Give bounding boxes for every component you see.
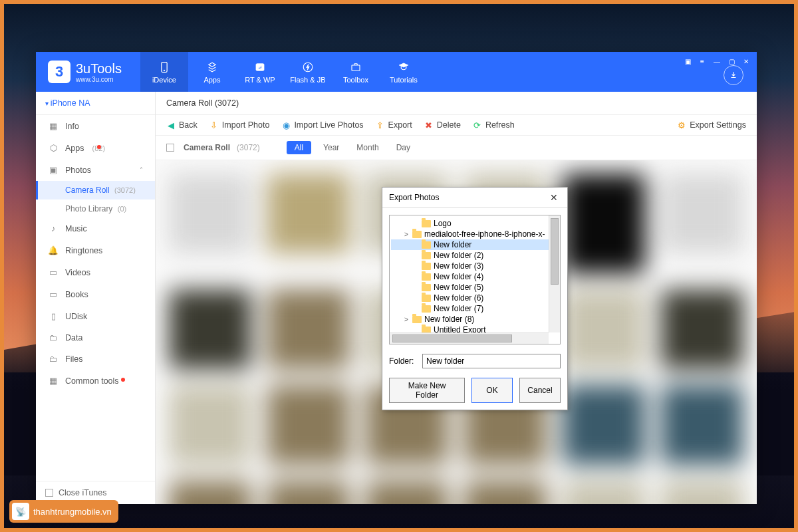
app-window: 3 3uTools www.3u.com iDevice Apps RT & W… — [36, 52, 757, 504]
music-icon — [253, 60, 267, 74]
sidebar-item-udisk[interactable]: ▯UDisk — [36, 305, 155, 327]
tree-node[interactable]: New folder (4) — [391, 271, 559, 282]
book-icon: ▭ — [48, 289, 59, 299]
header-tabs: iDevice Apps RT & WP Flash & JB Toolbox … — [140, 52, 428, 92]
sidebar-item-ringtones[interactable]: 🔔Ringtones — [36, 239, 155, 261]
win-btn-2[interactable]: ≡ — [697, 56, 708, 66]
content-area: Camera Roll (3072) ◀Back ⇩Import Photo ◉… — [156, 92, 757, 504]
filter-all[interactable]: All — [287, 141, 311, 154]
sidebar-item-books[interactable]: ▭Books — [36, 283, 155, 305]
sidebar-item-info[interactable]: ▦ Info — [36, 115, 155, 137]
chevron-up-icon: ˄ — [140, 166, 143, 174]
back-icon: ◀ — [166, 120, 176, 130]
download-button[interactable] — [724, 65, 743, 85]
refresh-button[interactable]: ⟳Refresh — [473, 120, 515, 130]
folder-input[interactable] — [422, 354, 561, 368]
video-icon: ▭ — [48, 267, 59, 277]
logo-badge-icon: 3 — [48, 61, 70, 83]
refresh-icon: ⟳ — [473, 120, 482, 130]
app-title: 3uTools — [76, 61, 122, 76]
sidebar-item-data[interactable]: 🗀Data — [36, 327, 155, 348]
delete-button[interactable]: ✖Delete — [424, 120, 461, 130]
photo-grid: Export Photos ✕ Logo>medialoot-free-ipho… — [156, 160, 757, 504]
sidebar-item-videos[interactable]: ▭Videos — [36, 261, 155, 283]
export-settings-button[interactable]: ⚙Export Settings — [677, 120, 746, 130]
sidebar-item-photos[interactable]: ▣ Photos ˄ — [36, 159, 155, 181]
tree-node[interactable]: New folder (7) — [391, 303, 559, 314]
import-live-button[interactable]: ◉Import Live Photos — [281, 120, 363, 130]
tree-node[interactable]: New folder (2) — [391, 250, 559, 261]
horizontal-scrollbar[interactable] — [390, 332, 549, 344]
folder-icon: 🗀 — [48, 333, 59, 342]
sidebar-item-common-tools[interactable]: ▦ Common tools — [36, 370, 155, 392]
apps-icon — [205, 60, 219, 74]
grid-icon: ▦ — [48, 376, 59, 386]
app-header: 3 3uTools www.3u.com iDevice Apps RT & W… — [36, 52, 757, 92]
device-icon — [157, 60, 172, 74]
filter-month[interactable]: Month — [351, 141, 384, 154]
tab-rtwp[interactable]: RT & WP — [236, 52, 284, 92]
tree-node[interactable]: New folder — [391, 239, 559, 250]
sidebar-item-files[interactable]: 🗀Files — [36, 348, 155, 370]
import-icon: ⇩ — [209, 120, 219, 130]
sidebar-sub-photo-library[interactable]: Photo Library (0) — [36, 200, 155, 218]
live-icon: ◉ — [281, 120, 291, 130]
tree-node[interactable]: >New folder (8) — [391, 314, 559, 325]
filter-day[interactable]: Day — [391, 141, 416, 154]
import-photo-button[interactable]: ⇩Import Photo — [209, 120, 270, 130]
bell-icon: 🔔 — [48, 245, 59, 255]
close-button[interactable]: ✕ — [741, 56, 751, 66]
notification-dot — [97, 145, 101, 149]
folder-tree[interactable]: Logo>medialoot-free-iphone-8-iphone-x-Ne… — [389, 215, 561, 344]
app-subtitle: www.3u.com — [76, 76, 122, 83]
tree-node[interactable]: New folder (3) — [391, 261, 559, 271]
select-all-checkbox[interactable] — [166, 144, 174, 152]
tab-idevice[interactable]: iDevice — [140, 52, 188, 92]
tab-flashjb[interactable]: Flash & JB — [284, 52, 332, 92]
music-icon: ♪ — [48, 224, 59, 233]
sidebar-item-apps[interactable]: ⬡ Apps (82) — [36, 137, 155, 159]
tab-apps[interactable]: Apps — [188, 52, 236, 92]
vertical-scrollbar[interactable] — [549, 215, 560, 332]
cancel-button[interactable]: Cancel — [519, 378, 561, 403]
minimize-button[interactable]: ― — [712, 56, 722, 66]
filter-bar: Camera Roll (3072) All Year Month Day — [156, 136, 757, 160]
back-button[interactable]: ◀Back — [166, 120, 198, 130]
section-count: (3072) — [237, 143, 260, 152]
export-icon: ⇧ — [376, 120, 385, 130]
device-selector[interactable]: iPhone NA — [36, 92, 155, 115]
notification-dot — [121, 378, 125, 382]
info-icon: ▦ — [48, 121, 59, 131]
flash-icon — [301, 60, 315, 74]
make-new-folder-button[interactable]: Make New Folder — [389, 378, 465, 403]
tree-node[interactable]: New folder (5) — [391, 282, 559, 293]
checkbox-icon[interactable] — [45, 489, 53, 497]
sidebar: iPhone NA ▦ Info ⬡ Apps (82) ▣ Photos ˄ … — [36, 92, 156, 504]
tab-toolbox[interactable]: Toolbox — [332, 52, 380, 92]
svg-rect-4 — [352, 65, 360, 70]
tab-tutorials[interactable]: Tutorials — [380, 52, 428, 92]
disk-icon: ▯ — [48, 311, 59, 321]
window-controls: ▣ ≡ ― ▢ ✕ — [682, 56, 751, 66]
folder-label: Folder: — [389, 356, 417, 366]
dialog-close-button[interactable]: ✕ — [547, 192, 561, 203]
tree-node[interactable]: >medialoot-free-iphone-8-iphone-x- — [391, 229, 559, 239]
tree-node[interactable]: Logo — [391, 218, 559, 229]
tree-node[interactable]: New folder (6) — [391, 293, 559, 303]
toolbox-icon — [348, 60, 363, 74]
app-logo: 3 3uTools www.3u.com — [36, 61, 134, 83]
svg-point-1 — [164, 70, 165, 71]
section-title: Camera Roll — [184, 143, 230, 152]
ok-button[interactable]: OK — [471, 378, 513, 403]
gear-icon: ⚙ — [677, 120, 686, 130]
sidebar-item-music[interactable]: ♪Music — [36, 218, 155, 239]
watermark-icon: 📡 — [12, 503, 29, 520]
files-icon: 🗀 — [48, 354, 59, 364]
sidebar-sub-camera-roll[interactable]: Camera Roll (3072) — [36, 181, 155, 200]
export-button[interactable]: ⇧Export — [376, 120, 412, 130]
photos-icon: ▣ — [48, 165, 59, 175]
delete-icon: ✖ — [424, 120, 434, 130]
win-btn-1[interactable]: ▣ — [682, 56, 693, 66]
filter-year[interactable]: Year — [318, 141, 344, 154]
toolbar: ◀Back ⇩Import Photo ◉Import Live Photos … — [156, 115, 757, 136]
